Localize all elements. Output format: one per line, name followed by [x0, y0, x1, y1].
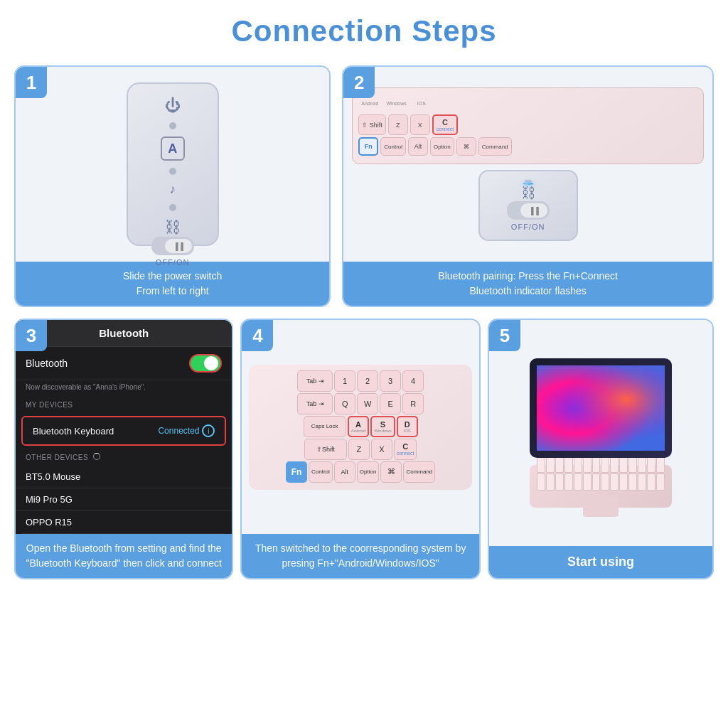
- bt-other-3[interactable]: OPPO R15: [16, 511, 232, 534]
- mini-key-21: [592, 473, 601, 491]
- kbd-x: X: [410, 114, 430, 135]
- mini-key-26: [638, 473, 646, 491]
- kbd-fn2: Fn: [286, 461, 307, 483]
- full-keyboard: Tab ⇥ 1 2 3 4 Tab ⇥ Q W E R: [249, 365, 471, 490]
- keyboard-hardware: [530, 465, 672, 508]
- tablet-wallpaper-svg: [537, 365, 665, 451]
- top-row: 1 ⏻ A ♪ ⛓ ▐▐: [14, 65, 714, 307]
- kbd-windows-label: Windows: [383, 94, 409, 112]
- step-2-image: 2 Android Windows IOS ⇧ Shift Z X: [343, 67, 712, 262]
- step-4-badge: 4: [242, 320, 273, 351]
- mini-key-15: [537, 473, 545, 491]
- mini-key-2: [546, 456, 555, 473]
- kbd-command: ⌘: [456, 137, 476, 156]
- mini-keyboard-keys: [537, 456, 665, 491]
- led-gray-1: [169, 122, 176, 129]
- kbd-c-connect: C connect: [432, 114, 459, 135]
- bt-other-1[interactable]: BT5.0 Mouse: [16, 466, 232, 488]
- icon-column: ⏻ A ♪ ⛓: [161, 97, 185, 237]
- led-gray-2: [169, 168, 176, 175]
- kbd-2: 2: [357, 370, 378, 392]
- kbd-3: 3: [380, 370, 401, 392]
- kbd-row-fn: Fn Control Alt Option ⌘ Command: [358, 137, 697, 156]
- mini-key-24: [619, 473, 628, 491]
- alpha-icon: A: [161, 136, 185, 161]
- mini-key-12: [638, 456, 646, 473]
- kbd-qwer-row: Tab ⇥ Q W E R: [255, 393, 466, 414]
- mini-key-18: [564, 473, 573, 491]
- step-4-caption: Then switched to the coorresponding syst…: [242, 534, 478, 578]
- tablet-device: [530, 358, 672, 458]
- kbd-z: Z: [388, 114, 408, 135]
- step-2-badge: 2: [343, 67, 375, 98]
- off-on-label: OFF/ON: [156, 258, 190, 267]
- step2-keyboard-top: Android Windows IOS ⇧ Shift Z X C connec…: [352, 87, 704, 164]
- mini-key-25: [628, 473, 637, 491]
- trackpad: [583, 496, 619, 517]
- kbd-capslock: Caps Lock: [304, 416, 346, 437]
- kbd-option2: Option: [357, 461, 380, 483]
- kbd-ios-label: IOS: [412, 94, 432, 112]
- mini-key-28: [656, 473, 665, 491]
- keyboard-keys-area: [537, 456, 665, 517]
- bt-device-name: Bluetooth Keyboard: [33, 426, 114, 437]
- my-devices-header: MY DEVICES: [16, 397, 232, 413]
- bottom-row: 3 Bluetooth Bluetooth Now discoverable a…: [14, 318, 714, 579]
- other-devices-header: OTHER DEVICES: [16, 449, 232, 466]
- bt-toggle-thumb: [204, 356, 218, 370]
- kbd-1: 1: [334, 370, 355, 392]
- kbd-control2: Control: [309, 461, 333, 483]
- tablet-screen: [537, 365, 665, 451]
- step2-device-bottom: ⛓ ▐▐ OFF/ON: [478, 170, 578, 241]
- step2-off-on: OFF/ON: [511, 223, 545, 231]
- step-3-caption: Open the Bluetooth from setting and find…: [16, 534, 232, 578]
- kbd-alt2: Alt: [334, 461, 355, 483]
- kbd-tab-key: Tab ⇥: [297, 370, 333, 392]
- bt-keyboard-device[interactable]: Bluetooth Keyboard Connected i: [21, 416, 226, 446]
- kbd-r: R: [402, 393, 424, 414]
- mini-key-9: [610, 456, 619, 473]
- step-2-caption: Bluetooth pairing: Press the Fn+Connect …: [343, 262, 712, 306]
- step-3-badge: 3: [16, 320, 47, 351]
- bt-header: Bluetooth: [16, 320, 232, 347]
- step5-device-content: [530, 358, 672, 508]
- step-1-card: 1 ⏻ A ♪ ⛓ ▐▐: [14, 65, 331, 307]
- power-switch[interactable]: ▐▐: [151, 237, 194, 255]
- step-5-caption: Start using: [489, 546, 712, 578]
- step-5-image: 5: [489, 320, 712, 546]
- device-power-switch: ⏻ A ♪ ⛓ ▐▐ OFF/ON: [127, 82, 219, 246]
- bt-other-2[interactable]: Mi9 Pro 5G: [16, 488, 232, 511]
- kbd-shift-key: ⇧Shift: [304, 439, 347, 460]
- page: Connection Steps 1 ⏻ A ♪ ⛓: [0, 0, 728, 594]
- mini-key-1: [537, 456, 545, 473]
- mini-key-19: [574, 473, 582, 491]
- bt-toggle-row: Bluetooth: [16, 347, 232, 380]
- bt-toggle-switch[interactable]: [189, 354, 222, 373]
- bt-connected-status: Connected i: [158, 424, 215, 437]
- bluetooth-settings-panel: Bluetooth Bluetooth Now discoverable as …: [16, 320, 232, 534]
- info-icon[interactable]: i: [202, 424, 215, 437]
- mini-key-7: [592, 456, 601, 473]
- kbd-option: Option: [430, 137, 454, 156]
- kbd-a-android: A Android: [348, 416, 370, 437]
- mini-key-3: [555, 456, 564, 473]
- kbd-asd-row: Caps Lock A Android S Windows D IOS: [255, 416, 466, 437]
- mini-key-16: [546, 473, 555, 491]
- step-3-card: 3 Bluetooth Bluetooth Now discoverable a…: [14, 318, 233, 579]
- step-2-card: 2 Android Windows IOS ⇧ Shift Z X: [342, 65, 714, 307]
- power-icon: ⏻: [165, 97, 181, 115]
- mini-key-13: [647, 456, 655, 473]
- mini-key-23: [610, 473, 619, 491]
- step-4-card: 4 Tab ⇥ 1 2 3 4 Tab ⇥ Q W E: [240, 318, 480, 579]
- kbd-e: E: [380, 393, 401, 414]
- mini-key-4: [564, 456, 573, 473]
- kbd-q: Q: [334, 393, 355, 414]
- kbd-command2: Command: [403, 461, 435, 483]
- step-1-image: 1 ⏻ A ♪ ⛓ ▐▐: [16, 67, 329, 262]
- kbd-s-windows: S Windows: [370, 416, 395, 437]
- led-gray-3: [169, 204, 176, 211]
- kbd-d-ios: D IOS: [397, 416, 418, 437]
- mini-key-22: [601, 473, 609, 491]
- page-title: Connection Steps: [14, 14, 714, 48]
- kbd-tab-key2: Tab ⇥: [297, 393, 333, 414]
